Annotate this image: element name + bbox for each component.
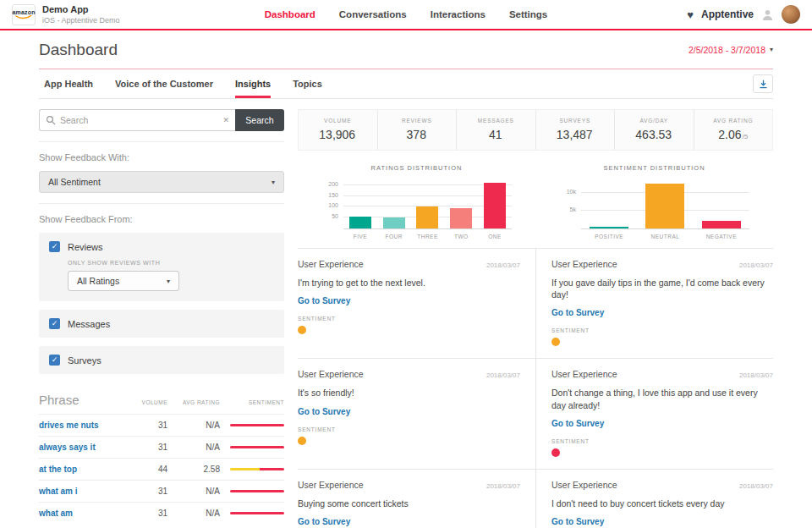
go-to-survey-link[interactable]: Go to Survey [298,517,350,526]
card-date: 2018/03/07 [739,482,773,490]
feedback-card: User Experience 2018/03/07 Buying some c… [298,470,535,528]
nav-interactions[interactable]: Interactions [431,0,486,29]
phrase-row: at the top 44 2.58 [39,458,284,480]
nav-settings[interactable]: Settings [509,0,547,29]
reviews-label: Reviews [68,242,103,252]
chart-bar [590,227,628,228]
search-button[interactable]: Search [235,109,284,131]
go-to-survey-link[interactable]: Go to Survey [551,517,604,526]
checkbox-checked-icon[interactable] [49,241,60,252]
phrase-sentiment-bar [230,490,284,492]
volume-column-header: VOLUME [132,399,167,405]
phrase-volume: 31 [132,487,167,496]
card-date: 2018/03/07 [739,261,773,269]
app-icon: amazon [12,4,36,25]
stat-messages: MESSAGES 41 [456,110,535,150]
chevron-down-icon: ▾ [272,179,275,186]
go-to-survey-link[interactable]: Go to Survey [551,308,604,317]
phrase-sentiment-bar [230,446,284,448]
tab-topics[interactable]: Topics [293,69,322,98]
stat-reviews: REVIEWS 378 [377,110,457,150]
y-axis-tick-label: 50 [315,213,338,219]
feedback-card: User Experience 2018/03/07 Don't change … [535,359,773,469]
sentiment-select[interactable]: All Sentiment ▾ [39,171,284,193]
chart-category-label: FIVE [343,234,377,239]
tab-app-health[interactable]: App Health [44,69,93,98]
chart-bar [645,184,684,228]
card-title: User Experience [298,369,364,379]
ratings-select[interactable]: All Ratings ▾ [68,271,179,291]
feedback-cards-grid: User Experience 2018/03/07 I'm trying to… [298,249,773,528]
app-identity: amazon Demo App iOS - Apptentive Demo [12,4,265,25]
phrase-volume: 44 [132,465,167,474]
nav-dashboard[interactable]: Dashboard [265,0,315,29]
phrase-link[interactable]: what am i [39,487,132,496]
card-text: Don't change a thing, I love this app an… [551,387,773,410]
feedback-card: User Experience 2018/03/07 I'm trying to… [298,249,535,359]
messages-checkbox-row[interactable]: Messages [49,318,274,329]
card-title: User Experience [298,480,364,490]
card-title: User Experience [551,480,617,490]
amazon-smile-icon [15,15,32,19]
phrase-table-title: Phrase [39,393,132,407]
stat-volume: VOLUME 13,906 [299,110,377,150]
phrase-link[interactable]: at the top [39,465,132,474]
phrase-link[interactable]: drives me nuts [39,421,132,430]
phrase-link[interactable]: always says it [39,443,132,452]
phrase-row: what am 31 N/A [39,502,284,524]
card-title: User Experience [551,369,617,379]
surveys-checkbox-row[interactable]: Surveys [49,355,274,366]
phrase-avg-rating: N/A [167,443,220,452]
page-title: Dashboard [39,41,118,59]
apptentive-logo-icon: ♥ [687,8,694,21]
chevron-down-icon: ▾ [167,278,170,285]
charts-row: RATINGS DISTRIBUTION 50100150200 FIVEFOU… [298,151,773,249]
chart-bar [702,221,741,228]
chevron-down-icon: ▾ [770,46,773,53]
date-range-picker[interactable]: 2/5/2018 - 3/7/2018 ▾ [689,45,773,55]
feedback-with-label: Show Feedback With: [39,152,284,162]
avatar[interactable] [782,5,800,24]
app-subtitle: iOS - Apptentive Demo [42,16,120,25]
date-range-value: 2/5/2018 - 3/7/2018 [689,45,765,55]
main-nav: Dashboard Conversations Interactions Set… [265,0,548,29]
go-to-survey-link[interactable]: Go to Survey [298,407,350,416]
chart-bar [383,217,405,228]
go-to-survey-link[interactable]: Go to Survey [551,419,604,428]
checkbox-checked-icon[interactable] [49,355,60,366]
phrase-avg-rating: N/A [167,509,220,518]
sentiment-label: SENTIMENT [551,327,773,333]
go-to-survey-link[interactable]: Go to Survey [298,296,350,305]
card-text: I'm trying to get to the next level. [298,277,520,289]
y-axis-tick-label: 100 [315,202,338,208]
chart-category-label: ONE [478,234,512,239]
phrase-row: what am i 31 N/A [39,480,284,502]
sentiment-dot [298,437,306,445]
search-input[interactable] [40,110,235,130]
chart-plot-area: 50100150200 [343,182,512,229]
user-icon[interactable] [761,8,774,21]
sentiment-dot [551,448,560,457]
clear-search-icon[interactable]: ✕ [222,116,229,124]
surveys-label: Surveys [68,355,102,366]
sentiment-select-value: All Sentiment [48,177,101,187]
phrase-sentiment-bar [230,424,284,426]
chart-bar [450,208,472,228]
summary-stats-row: VOLUME 13,906 REVIEWS 378 MESSAGES 41 SU… [298,109,773,151]
reviews-checkbox-row[interactable]: Reviews [49,241,274,252]
phrase-link[interactable]: what am [39,509,132,518]
insights-main-panel: VOLUME 13,906 REVIEWS 378 MESSAGES 41 SU… [298,109,773,528]
tab-voice-of-the-customer[interactable]: Voice of the Customer [115,69,213,98]
card-title: User Experience [298,259,364,269]
chart-category-labels: FIVEFOURTHREETWOONE [343,234,512,239]
feedback-card: User Experience 2018/03/07 It's so frien… [298,359,535,469]
y-axis-tick-label: 150 [315,192,338,198]
checkbox-checked-icon[interactable] [49,318,60,329]
nav-conversations[interactable]: Conversations [339,0,407,29]
download-button[interactable] [753,74,773,93]
tab-insights[interactable]: Insights [235,69,271,98]
sentiment-label: SENTIMENT [298,316,520,322]
filter-sidebar: ✕ Search Show Feedback With: All Sentime… [39,109,284,528]
only-show-reviews-label: ONLY SHOW REVIEWS WITH [68,260,274,266]
messages-label: Messages [68,319,110,329]
